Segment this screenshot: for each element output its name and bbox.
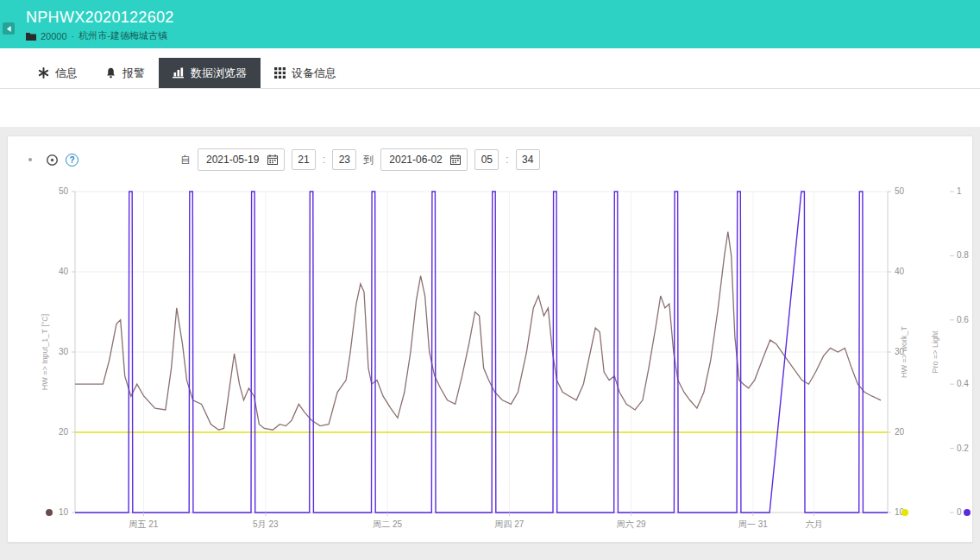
svg-text:HW => Input_1_T [°C]: HW => Input_1_T [°C] bbox=[41, 314, 49, 390]
tab-alarm[interactable]: 报警 bbox=[91, 58, 159, 88]
asterisk-icon bbox=[38, 67, 49, 79]
svg-text:0: 0 bbox=[957, 507, 962, 517]
svg-text:周一 31: 周一 31 bbox=[738, 519, 768, 529]
tab-info[interactable]: 信息 bbox=[24, 58, 91, 88]
from-date-input[interactable] bbox=[198, 148, 285, 171]
tab-label: 报警 bbox=[122, 66, 145, 81]
svg-text:0.8: 0.8 bbox=[957, 250, 969, 260]
back-button[interactable] bbox=[3, 22, 15, 35]
from-hour-input[interactable] bbox=[292, 149, 316, 170]
legend-dot bbox=[964, 509, 971, 516]
series-left bbox=[75, 232, 881, 431]
svg-text:50: 50 bbox=[895, 186, 905, 196]
breadcrumb-location: 杭州市-建德梅城古镇 bbox=[79, 29, 167, 42]
calendar-icon[interactable] bbox=[267, 154, 278, 165]
tab-device-info[interactable]: 设备信息 bbox=[261, 58, 350, 88]
svg-text:30: 30 bbox=[59, 347, 69, 356]
svg-text:周五 21: 周五 21 bbox=[129, 519, 159, 529]
svg-text:10: 10 bbox=[59, 507, 69, 517]
svg-text:40: 40 bbox=[895, 267, 905, 276]
back-arrow-icon bbox=[6, 26, 12, 32]
folder-icon bbox=[26, 32, 36, 41]
calendar-icon[interactable] bbox=[450, 154, 461, 165]
sub-bar bbox=[0, 89, 980, 127]
from-label: 自 bbox=[180, 153, 191, 167]
svg-text:20: 20 bbox=[59, 427, 69, 437]
svg-text:Pro => Light: Pro => Light bbox=[931, 330, 939, 374]
tab-label: 信息 bbox=[55, 66, 78, 81]
from-minute-input[interactable] bbox=[332, 149, 356, 170]
content-area: ? 自 : 到 bbox=[0, 127, 980, 543]
svg-text:1: 1 bbox=[957, 186, 962, 196]
to-minute-input[interactable] bbox=[516, 149, 540, 170]
timewindow-icon[interactable] bbox=[46, 154, 59, 167]
svg-text:0.4: 0.4 bbox=[957, 379, 969, 388]
svg-text:0.2: 0.2 bbox=[957, 444, 969, 453]
timeseries-chart[interactable]: 1020304050102030405000.20.40.60.81周五 215… bbox=[8, 183, 973, 532]
chart-area: 1020304050102030405000.20.40.60.81周五 215… bbox=[8, 183, 972, 535]
tab-label: 设备信息 bbox=[292, 66, 336, 81]
bar-chart-icon bbox=[173, 67, 185, 79]
svg-text:HW => work_T: HW => work_T bbox=[900, 325, 908, 378]
bullet-icon bbox=[28, 158, 32, 161]
to-date-input[interactable] bbox=[380, 148, 468, 171]
legend-dot bbox=[46, 509, 53, 516]
tab-data-browser[interactable]: 数据浏览器 bbox=[159, 58, 261, 88]
svg-text:周六 29: 周六 29 bbox=[617, 519, 646, 529]
page-title: NPHWX2020122602 bbox=[26, 8, 980, 27]
time-range-form: 自 : 到 : bbox=[180, 148, 540, 171]
chart-panel: ? 自 : 到 bbox=[7, 135, 973, 543]
chart-toolbar: ? 自 : 到 bbox=[8, 136, 972, 183]
help-icon[interactable]: ? bbox=[66, 154, 79, 167]
svg-text:周四 27: 周四 27 bbox=[494, 519, 524, 529]
svg-text:周二 25: 周二 25 bbox=[373, 519, 402, 529]
svg-text:40: 40 bbox=[59, 267, 69, 276]
time-colon: : bbox=[323, 154, 325, 166]
breadcrumb: 20000 · 杭州市-建德梅城古镇 bbox=[26, 29, 980, 42]
svg-text:50: 50 bbox=[59, 186, 69, 196]
to-label: 到 bbox=[363, 153, 374, 167]
breadcrumb-code[interactable]: 20000 bbox=[41, 31, 67, 41]
legend-dot bbox=[901, 509, 908, 516]
bell-icon bbox=[105, 67, 116, 79]
breadcrumb-separator: · bbox=[72, 31, 75, 41]
tab-label: 数据浏览器 bbox=[191, 66, 247, 81]
svg-text:六月: 六月 bbox=[806, 519, 823, 529]
tab-bar: 信息 报警 数据浏览器 设备信息 bbox=[0, 48, 980, 89]
svg-text:0.6: 0.6 bbox=[957, 315, 969, 324]
time-colon: : bbox=[506, 154, 508, 166]
grid-icon bbox=[274, 67, 286, 79]
app-header: NPHWX2020122602 20000 · 杭州市-建德梅城古镇 bbox=[0, 0, 980, 48]
to-hour-input[interactable] bbox=[474, 149, 499, 170]
svg-text:5月 23: 5月 23 bbox=[253, 519, 279, 529]
svg-text:20: 20 bbox=[895, 427, 905, 437]
